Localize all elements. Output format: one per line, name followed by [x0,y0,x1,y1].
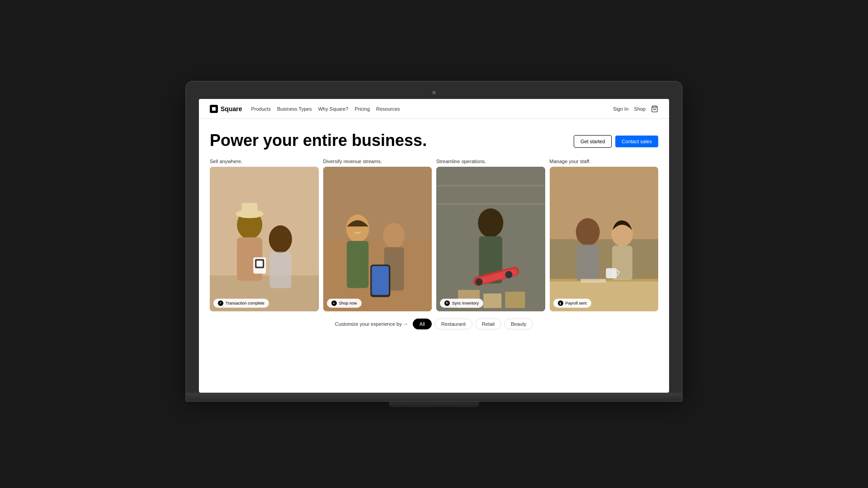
hero-section: Power your entire business. Get started … [199,119,669,159]
get-started-button[interactable]: Get started [574,135,612,148]
svg-rect-16 [347,241,368,288]
laptop-body: Square Products Business Types Why Squar… [185,81,683,394]
laptop-camera [432,91,436,94]
pill-beauty[interactable]: Beauty [504,319,533,329]
card-overlay-2: ↻ Sync inventory [440,299,483,308]
nav-right: Sign In Shop [613,105,658,113]
card-image-3 [436,167,545,312]
hero-buttons: Get started Contact sales [574,135,658,148]
card-image-4 [550,167,659,312]
card-label-0: Sell anywhere. [210,159,319,164]
logo-text: Square [221,105,242,113]
nav-left: Square Products Business Types Why Squar… [210,105,400,113]
cards-labels: Sell anywhere. Diversify revenue streams… [210,159,658,164]
check-icon: ✓ [218,300,223,306]
svg-rect-45 [580,279,606,282]
cart-icon[interactable] [651,105,658,113]
overlay-text-3: Payroll sent [566,301,587,305]
pill-restaurant[interactable]: Restaurant [434,319,472,329]
card-overlay-3: $ Payroll sent [553,299,591,308]
card-visual-3 [436,167,545,312]
payroll-icon: $ [558,300,563,306]
sync-icon: ↻ [444,300,450,306]
hero-content: Power your entire business. Get started … [210,131,658,150]
contact-sales-button[interactable]: Contact sales [615,136,658,147]
pill-retail[interactable]: Retail [475,319,501,329]
laptop-screen: Square Products Business Types Why Squar… [199,99,669,393]
logo[interactable]: Square [210,105,242,113]
nav-links: Products Business Types Why Square? Pric… [251,106,400,112]
sign-in-link[interactable]: Sign In [613,106,628,112]
nav-link-resources[interactable]: Resources [376,106,400,112]
svg-rect-20 [372,266,389,295]
shop-link[interactable]: Shop [634,106,646,112]
card-visual-4 [550,167,659,312]
svg-point-40 [576,218,599,245]
svg-rect-39 [550,239,659,279]
cards-grid: ✓ Transaction complete [210,167,658,312]
svg-rect-24 [436,203,545,205]
svg-point-29 [476,278,483,286]
svg-point-7 [269,225,292,253]
nav-link-products[interactable]: Products [251,106,270,112]
svg-rect-8 [269,252,291,288]
plus-icon: + [331,300,337,306]
hero-title: Power your entire business. [210,131,427,150]
svg-rect-44 [606,268,617,278]
website: Square Products Business Types Why Squar… [199,99,669,393]
svg-rect-33 [505,291,525,308]
laptop-stand [389,402,479,407]
laptop-container: Square Products Business Types Why Squar… [185,81,683,407]
overlay-text-0: Transaction complete [226,301,264,305]
card-image-2 [323,167,432,312]
filter-pills: All Restaurant Retail Beauty [413,319,533,329]
pill-all[interactable]: All [413,319,432,329]
square-logo-icon [210,105,218,113]
card-diversify[interactable]: + Shop now [323,167,432,312]
card-label-2: Streamline operations. [436,159,545,164]
navigation: Square Products Business Types Why Squar… [199,99,669,119]
card-sell-anywhere[interactable]: ✓ Transaction complete [210,167,319,312]
card-manage-staff[interactable]: $ Payroll sent [550,167,659,312]
filter-label: Customize your experience by → [335,321,408,327]
svg-rect-41 [576,244,599,281]
card-visual-2 [323,167,432,312]
cards-section: Sell anywhere. Diversify revenue streams… [199,159,669,312]
card-label-3: Manage your staff. [550,159,659,164]
svg-point-15 [346,214,369,242]
svg-rect-6 [242,203,258,216]
nav-link-why-square[interactable]: Why Square? [318,106,349,112]
svg-point-17 [383,223,405,248]
svg-rect-11 [256,260,263,267]
overlay-text-2: Sync inventory [452,301,479,305]
overlay-text-1: Shop now [339,301,357,305]
card-overlay-1: + Shop now [327,299,362,308]
svg-rect-23 [436,185,545,187]
svg-point-25 [478,208,503,237]
card-image-1 [210,167,319,312]
laptop-base [185,394,683,402]
card-overlay-0: ✓ Transaction complete [213,299,269,308]
card-label-1: Diversify revenue streams. [323,159,432,164]
card-streamline[interactable]: ↻ Sync inventory [436,167,545,312]
svg-rect-32 [483,293,501,308]
svg-point-30 [505,271,512,278]
nav-link-pricing[interactable]: Pricing [354,106,370,112]
filter-section: Customize your experience by → All Resta… [199,311,669,337]
card-visual-1 [210,167,319,312]
nav-link-business-types[interactable]: Business Types [277,106,312,112]
